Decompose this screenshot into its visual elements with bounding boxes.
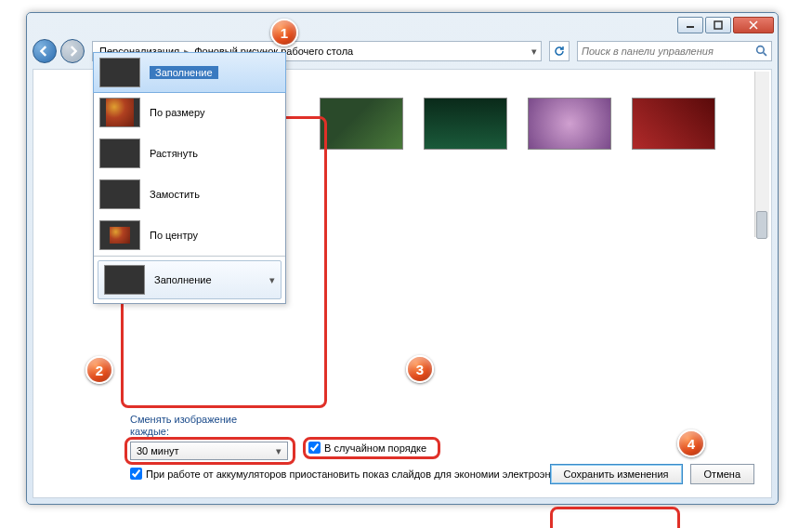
option-label: Растянуть (150, 148, 198, 159)
change-interval-label: Сменять изображение каждые: (130, 414, 237, 438)
fill-icon (99, 58, 140, 87)
interval-dropdown[interactable]: 30 минут ▾ (130, 442, 288, 460)
fit-icon (99, 98, 140, 127)
chevron-down-icon: ▾ (269, 274, 275, 286)
battery-checkbox-row[interactable]: При работе от аккумуляторов приостановит… (130, 468, 577, 480)
position-dropdown-closed: Заполнение ▾ (94, 256, 285, 299)
svg-line-5 (764, 52, 766, 55)
fill-icon (104, 265, 145, 295)
back-button[interactable] (33, 39, 57, 63)
label-text: каждые: (130, 426, 169, 437)
forward-button[interactable] (60, 39, 85, 63)
refresh-button[interactable] (549, 41, 570, 61)
position-option-center[interactable]: По центру (94, 215, 285, 256)
position-option-fit[interactable]: По размеру (94, 92, 285, 133)
svg-point-4 (757, 46, 765, 53)
maximize-button[interactable] (705, 17, 731, 33)
titlebar (27, 13, 778, 37)
tile-icon (99, 179, 140, 209)
address-dropdown-icon[interactable]: ▾ (531, 46, 537, 58)
stretch-icon (99, 139, 140, 168)
center-icon (99, 220, 140, 250)
wallpaper-thumb[interactable] (632, 98, 715, 150)
position-option-stretch[interactable]: Растянуть (94, 133, 285, 174)
button-row: Сохранить изменения Отмена (550, 464, 754, 484)
svg-rect-1 (714, 21, 722, 29)
annotation-box (550, 507, 680, 528)
position-dropdown-button[interactable]: Заполнение ▾ (98, 260, 282, 299)
cancel-button[interactable]: Отмена (690, 464, 754, 484)
label-text: Сменять изображение (130, 414, 237, 425)
option-label: Заполнение (150, 66, 218, 79)
option-label: По размеру (150, 107, 204, 118)
close-button[interactable] (733, 17, 774, 33)
search-input[interactable] (582, 46, 755, 57)
minimize-button[interactable] (677, 17, 703, 33)
wallpaper-thumbnails (320, 98, 715, 150)
wallpaper-thumb[interactable] (424, 98, 507, 150)
scrollbar-grip[interactable] (756, 211, 767, 239)
battery-label: При работе от аккумуляторов приостановит… (146, 469, 577, 480)
position-dropdown-menu: Заполнение По размеру Растянуть Замостит… (93, 52, 286, 304)
interval-value: 30 минут (137, 445, 179, 456)
search-box[interactable] (577, 41, 772, 61)
search-icon (755, 45, 767, 59)
shuffle-checkbox[interactable] (308, 442, 321, 454)
wallpaper-thumb[interactable] (320, 98, 403, 150)
battery-checkbox[interactable] (130, 468, 142, 480)
vertical-scrollbar[interactable] (754, 72, 769, 237)
position-option-tile[interactable]: Замостить (94, 174, 285, 215)
shuffle-checkbox-row[interactable]: В случайном порядке (308, 442, 426, 454)
chevron-down-icon: ▾ (276, 445, 282, 457)
save-button[interactable]: Сохранить изменения (550, 464, 683, 484)
shuffle-label: В случайном порядке (324, 442, 426, 454)
position-option-fill[interactable]: Заполнение (93, 52, 286, 93)
wallpaper-thumb[interactable] (528, 98, 611, 150)
current-position-label: Заполнение (154, 274, 212, 285)
option-label: Замостить (150, 189, 200, 200)
option-label: По центру (150, 230, 198, 241)
